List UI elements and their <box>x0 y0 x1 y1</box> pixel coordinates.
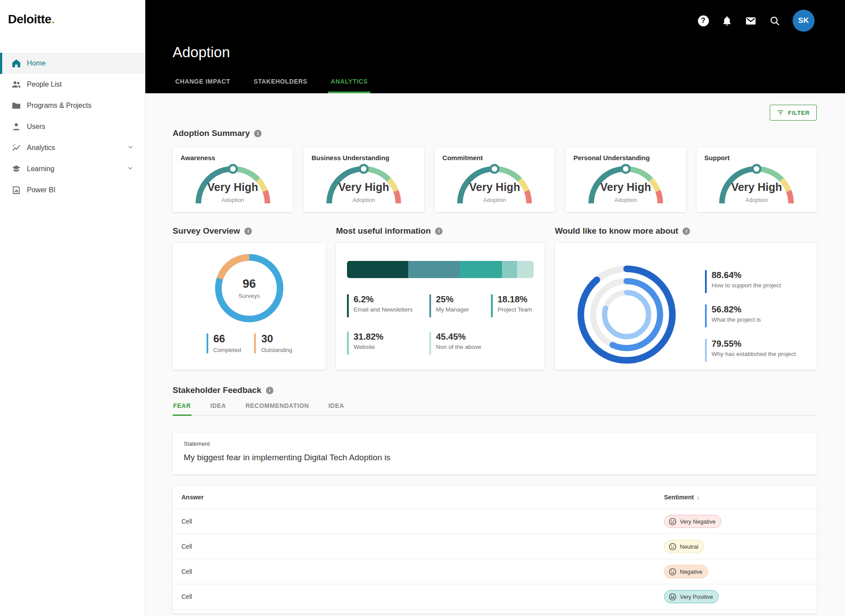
gauge-caption: Adoption <box>303 197 424 203</box>
legend-value: 79.55% <box>712 339 796 348</box>
gauge-value: Very High <box>565 181 686 194</box>
stat-completed: 66 Completed <box>207 334 241 353</box>
user-avatar[interactable]: SK <box>793 10 815 32</box>
filter-button[interactable]: FILTER <box>770 105 817 121</box>
statement-text: My biggest fear in implementing Digital … <box>184 453 806 462</box>
gauge-caption: Adoption <box>173 197 293 203</box>
tab-idea-2[interactable]: IDEA <box>328 402 345 416</box>
gauge-needle-marker <box>360 165 368 173</box>
sidebar-item-learning[interactable]: Learning <box>0 158 145 180</box>
column-header-sentiment[interactable]: Sentiment ↓ <box>664 494 700 501</box>
section-heading-survey-overview: Survey Overview i <box>173 225 326 237</box>
info-icon[interactable]: i <box>266 387 273 394</box>
sidebar-item-label: Users <box>27 123 45 131</box>
folder-icon <box>11 100 22 111</box>
home-icon <box>11 58 22 69</box>
stat-value: 30 <box>261 334 292 344</box>
header-tabs: CHANGE IMPACT STAKEHOLDERS ANALYTICS <box>173 78 370 93</box>
bar-segment <box>460 261 502 278</box>
feedback-table: Answer Sentiment ↓ Cell Very Negative Ce… <box>173 486 817 613</box>
sidebar-item-analytics[interactable]: Analytics <box>0 137 145 158</box>
gauge-value: Very High <box>435 181 555 194</box>
table-row[interactable]: Cell Negative <box>173 559 817 584</box>
bell-icon[interactable] <box>721 15 733 26</box>
analytics-icon <box>11 143 22 153</box>
know-more-column: Would like to know more about i <box>555 225 817 370</box>
sidebar-item-users[interactable]: Users <box>0 116 145 137</box>
legend-label: How to support the project <box>712 282 796 289</box>
mail-icon[interactable] <box>745 15 756 26</box>
page-title: Adoption <box>173 44 230 61</box>
most-useful-stats: 6.2% Email and Newsletters 25% My Manage… <box>347 294 536 355</box>
table-row[interactable]: Cell Neutral <box>173 534 817 559</box>
stat-email-newsletters: 6.2% Email and Newsletters <box>347 294 429 317</box>
tab-stakeholders[interactable]: STAKEHOLDERS <box>251 78 310 93</box>
tab-fear[interactable]: FEAR <box>173 402 192 416</box>
answer-cell: Cell <box>181 518 192 525</box>
sidebar-item-power-bi[interactable]: Power BI <box>0 180 145 201</box>
face-neutral-icon <box>668 543 677 551</box>
surveys-donut-chart: 96 Surveys <box>214 253 284 323</box>
answer-cell: Cell <box>181 593 192 600</box>
gauge-chart: Very High Adoption <box>435 163 555 207</box>
info-icon[interactable]: i <box>244 227 252 235</box>
legend-how-to-support: 88.64% How to support the project <box>705 270 796 293</box>
table-row[interactable]: Cell Very Positive <box>173 584 817 609</box>
chevron-down-icon <box>127 144 133 152</box>
search-icon[interactable] <box>769 15 780 26</box>
tab-idea[interactable]: IDEA <box>210 402 227 416</box>
gauge-card-support: Support Very High Adoption <box>697 148 817 212</box>
stat-value: 18.18% <box>498 294 536 304</box>
surveys-total-caption: Surveys <box>239 293 260 299</box>
gauge-value: Very High <box>303 181 424 194</box>
gauge-chart: Very High Adoption <box>697 163 817 207</box>
gauge-card-personal-understanding: Personal Understanding Very High Adoptio… <box>565 148 686 212</box>
gauge-card-commitment: Commitment Very High Adoption <box>435 148 555 212</box>
know-more-title: Would like to know more about <box>555 226 678 236</box>
tab-recommendation[interactable]: RECOMMENDATION <box>245 402 309 416</box>
stat-website: 31.82% Website <box>347 332 429 355</box>
answer-cell: Cell <box>181 568 192 575</box>
sidebar-item-label: Learning <box>27 165 54 173</box>
survey-stats: 66 Completed 30 Outstanding <box>173 334 326 353</box>
sidebar-item-people-list[interactable]: People List <box>0 74 145 95</box>
gauge-needle-marker <box>229 165 237 173</box>
gauge-card-awareness: Awareness Very High Adoption <box>173 148 293 212</box>
survey-overview-title: Survey Overview <box>173 226 240 236</box>
sidebar-item-label: Home <box>27 59 46 67</box>
sidebar-item-programs-projects[interactable]: Programs & Projects <box>0 95 145 116</box>
stat-value: 66 <box>214 334 241 344</box>
face-very-positive-icon <box>668 593 677 601</box>
section-heading-adoption-summary: Adoption Summary i <box>173 128 262 138</box>
info-icon[interactable]: i <box>254 130 262 137</box>
legend-value: 88.64% <box>712 270 796 280</box>
stat-label: Completed <box>214 347 241 353</box>
gauge-caption: Adoption <box>697 197 817 203</box>
gauge-chart: Very High Adoption <box>173 163 293 207</box>
info-icon[interactable]: i <box>683 227 690 235</box>
donut-center-label: 96 Surveys <box>214 253 284 323</box>
stat-non-of-above: 45.45% Non of the above <box>429 332 491 355</box>
know-more-card: 88.64% How to support the project 56.82%… <box>555 243 817 370</box>
gauge-value: Very High <box>173 181 293 194</box>
help-icon[interactable]: ? <box>697 15 709 26</box>
sentiment-badge-very-negative: Very Negative <box>664 515 721 528</box>
tab-analytics[interactable]: ANALYTICS <box>328 78 370 93</box>
table-row[interactable]: Cell Very Negative <box>173 509 817 534</box>
charts-row: Survey Overview i 96 Surveys 66 <box>173 225 817 370</box>
stat-label: My Manager <box>436 306 491 313</box>
sentiment-badge-very-positive: Very Positive <box>664 590 719 603</box>
stat-my-manager: 25% My Manager <box>429 294 491 317</box>
surveys-total: 96 <box>243 277 256 291</box>
sidebar-item-home[interactable]: Home <box>0 53 145 74</box>
people-icon <box>11 79 22 90</box>
adoption-summary-title: Adoption Summary <box>173 128 250 138</box>
sentiment-label: Very Negative <box>680 518 716 525</box>
sentiment-badge-neutral: Neutral <box>664 540 704 553</box>
logo-green-dot: . <box>52 12 55 26</box>
tab-change-impact[interactable]: CHANGE IMPACT <box>173 78 233 93</box>
face-negative-icon <box>668 568 677 576</box>
sidebar-item-label: Programs & Projects <box>27 102 92 110</box>
sidebar-item-label: People List <box>27 81 62 88</box>
info-icon[interactable]: i <box>435 227 443 235</box>
